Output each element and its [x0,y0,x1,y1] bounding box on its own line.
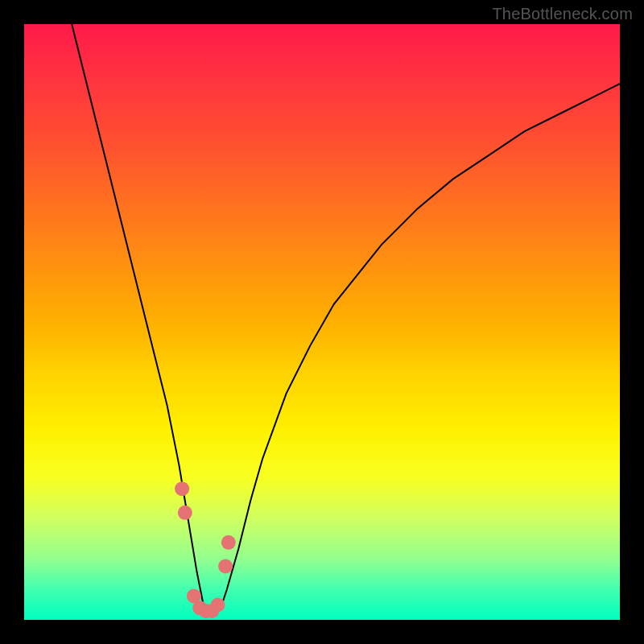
bottleneck-curve [72,24,620,614]
valley-dot [175,481,189,496]
valley-dot [218,559,233,573]
valley-dot [211,598,225,613]
bottleneck-curve-svg [24,24,620,620]
plot-area [24,24,620,620]
watermark-text: TheBottleneck.com [492,5,633,23]
valley-dots [175,481,236,618]
valley-dot [178,506,192,520]
valley-dot [221,535,236,550]
